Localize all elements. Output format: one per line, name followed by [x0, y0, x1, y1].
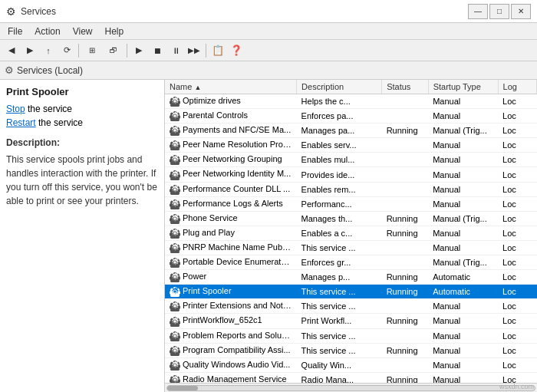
pause-button[interactable]: ⏸	[167, 42, 184, 59]
table-row[interactable]: Portable Device Enumerator...Enforces gr…	[165, 255, 537, 270]
service-startup: Manual	[428, 153, 498, 167]
service-status	[382, 167, 429, 182]
service-name: Plug and Play	[183, 228, 235, 237]
restart-button[interactable]: ▶▶	[186, 42, 203, 59]
service-logon: Loc	[498, 270, 536, 285]
stop-service-link[interactable]: Stop	[6, 104, 25, 114]
service-name: Power	[183, 272, 206, 281]
show-console-button[interactable]: ⊞	[82, 42, 102, 59]
service-icon	[170, 331, 180, 341]
service-table-wrapper[interactable]: Name ▲ Description Status Startup Type L…	[165, 80, 537, 383]
table-row[interactable]: Plug and PlayEnables a c...RunningManual…	[165, 226, 537, 240]
menu-file[interactable]: File	[3, 25, 27, 38]
service-startup: Manual	[428, 226, 498, 240]
service-status: Running	[382, 343, 429, 357]
toolbar: ◀ ▶ ↑ ⟳ ⊞ 🗗 ▶ ⏹ ⏸ ▶▶ 📋 ❓	[0, 40, 537, 61]
up-button[interactable]: ↑	[40, 42, 57, 59]
col-header-status[interactable]: Status	[382, 80, 429, 94]
table-row[interactable]: Program Compatibility Assi...This servic…	[165, 343, 537, 357]
service-logon: Loc	[498, 182, 536, 196]
table-row[interactable]: Phone ServiceManages th...RunningManual …	[165, 211, 537, 226]
service-logon: Loc	[498, 255, 536, 270]
service-desc: Helps the c...	[297, 94, 382, 109]
address-icon: ⚙	[5, 64, 14, 76]
forward-button[interactable]: ▶	[21, 42, 38, 59]
window-controls[interactable]: — □ ✕	[468, 4, 531, 19]
service-icon	[170, 213, 180, 224]
menu-view[interactable]: View	[68, 25, 97, 38]
service-icon	[170, 272, 180, 282]
service-desc: Enables rem...	[297, 182, 382, 196]
menu-help[interactable]: Help	[100, 25, 129, 38]
service-desc: Enforces gr...	[297, 255, 382, 270]
service-status	[382, 240, 429, 255]
service-status	[382, 109, 429, 124]
restart-suffix: the service	[36, 117, 83, 128]
col-header-startup[interactable]: Startup Type	[428, 80, 498, 94]
table-row[interactable]: Peer Name Resolution Prot...Enables serv…	[165, 138, 537, 153]
refresh-button[interactable]: ⟳	[58, 42, 75, 59]
service-desc: Enforces pa...	[297, 109, 382, 124]
table-row[interactable]: PrintWorkflow_652c1Print Workfl...Runnin…	[165, 314, 537, 328]
right-panel: Name ▲ Description Status Startup Type L…	[165, 80, 537, 392]
maximize-button[interactable]: □	[489, 4, 509, 19]
table-row[interactable]: Peer Networking GroupingEnables mul...Ma…	[165, 153, 537, 167]
service-name: Program Compatibility Assi...	[183, 345, 291, 354]
new-window-button[interactable]: 🗗	[104, 42, 124, 59]
table-row[interactable]: Performance Counter DLL ...Enables rem..…	[165, 182, 537, 196]
service-desc: This service ...	[297, 343, 382, 357]
col-header-name[interactable]: Name ▲	[165, 80, 297, 94]
service-icon	[170, 228, 180, 239]
horizontal-scrollbar[interactable]	[165, 383, 537, 392]
table-row[interactable]: Quality Windows Audio Vid...Quality Win.…	[165, 357, 537, 372]
scrollbar-track[interactable]	[166, 385, 535, 391]
menu-bar: File Action View Help	[0, 23, 537, 40]
service-logon: Loc	[498, 138, 536, 153]
service-desc: This service ...	[297, 299, 382, 314]
service-icon	[170, 199, 180, 209]
col-header-desc[interactable]: Description	[297, 80, 382, 94]
service-icon	[170, 316, 180, 327]
scrollbar-thumb[interactable]	[167, 386, 198, 390]
close-button[interactable]: ✕	[511, 4, 531, 19]
service-icon	[170, 96, 180, 107]
service-name: Printer Extensions and Notif...	[183, 301, 295, 310]
service-startup: Manual (Trig...	[428, 255, 498, 270]
service-name: Problem Reports and Soluti...	[183, 331, 293, 340]
service-logon: Loc	[498, 343, 536, 357]
service-icon	[170, 360, 180, 371]
service-logon: Loc	[498, 196, 536, 211]
help-toolbar-button[interactable]: ❓	[228, 42, 245, 59]
menu-action[interactable]: Action	[30, 25, 64, 38]
table-row[interactable]: Payments and NFC/SE Ma...Manages pa...Ru…	[165, 124, 537, 138]
address-text: Services (Local)	[17, 65, 83, 76]
restart-service-link[interactable]: Restart	[6, 117, 36, 128]
table-row[interactable]: Performance Logs & AlertsPerformanc...Ma…	[165, 196, 537, 211]
service-name: Payments and NFC/SE Ma...	[183, 125, 291, 134]
table-row[interactable]: Peer Networking Identity M...Provides id…	[165, 167, 537, 182]
stop-button[interactable]: ⏹	[149, 42, 166, 59]
table-row[interactable]: Optimize drivesHelps the c...ManualLoc	[165, 94, 537, 109]
table-row[interactable]: Problem Reports and Soluti...This servic…	[165, 328, 537, 343]
service-logon: Loc	[498, 240, 536, 255]
back-button[interactable]: ◀	[3, 42, 20, 59]
service-desc: Performanc...	[297, 196, 382, 211]
table-row[interactable]: Parental ControlsEnforces pa...ManualLoc	[165, 109, 537, 124]
stop-suffix: the service	[25, 104, 72, 114]
service-startup: Manual	[428, 182, 498, 196]
col-header-logon[interactable]: Log	[498, 80, 536, 94]
main-content: Print Spooler Stop the service Restart t…	[0, 80, 537, 392]
play-button[interactable]: ▶	[130, 42, 147, 59]
properties-button[interactable]: 📋	[209, 42, 226, 59]
service-startup: Automatic	[428, 270, 498, 285]
table-row[interactable]: PNRP Machine Name Publi...This service .…	[165, 240, 537, 255]
service-logon: Loc	[498, 328, 536, 343]
minimize-button[interactable]: —	[468, 4, 488, 19]
table-row[interactable]: Radio Management ServiceRadio Mana...Run…	[165, 372, 537, 383]
table-row[interactable]: PowerManages p...RunningAutomaticLoc	[165, 270, 537, 285]
table-row[interactable]: Print SpoolerThis service ...RunningAuto…	[165, 285, 537, 299]
service-startup: Manual	[428, 109, 498, 124]
table-row[interactable]: Printer Extensions and Notif...This serv…	[165, 299, 537, 314]
service-desc: Quality Win...	[297, 357, 382, 372]
service-status	[382, 357, 429, 372]
